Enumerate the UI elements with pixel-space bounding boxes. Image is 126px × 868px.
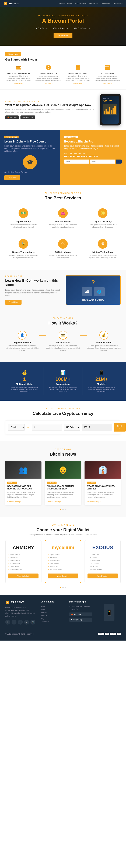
wdot-1[interactable] xyxy=(60,587,61,588)
nav-contact[interactable]: Contact Us xyxy=(113,2,123,5)
news-desc-2: Lorem ipsum dolor sit amet consectetur a… xyxy=(47,491,79,499)
footer-appstore[interactable]: 🍎 App Store xyxy=(69,613,92,616)
nav-bitcoin-guide[interactable]: Bitcoin Guide xyxy=(75,2,86,5)
wallets-section: COMPARE WALLETS Choose your Digital Wall… xyxy=(0,517,126,595)
social-facebook[interactable]: f xyxy=(5,620,10,625)
news-img-icon-1: 👥 xyxy=(19,466,28,474)
step-withdraw-desc: Lorem ipsum dolor sit amet consectetur a… xyxy=(87,345,121,352)
footer-app-col: BTC Wallet App Lorem ipsum dolor sit ame… xyxy=(69,600,92,625)
currency-select[interactable]: US Dollar Euro GBP xyxy=(64,424,80,431)
course-right-title: Become a Bitcoin Pro xyxy=(64,140,122,143)
stat-wallets: 💰 1 All Digital Wallet Lorem ipsum dolor… xyxy=(5,368,44,395)
footer-googleplay[interactable]: ▶ Google Play xyxy=(69,618,92,622)
amount-input[interactable] xyxy=(32,424,62,431)
nav-downloads[interactable]: Downloads xyxy=(101,2,110,5)
exodus-view-button[interactable]: View Details > xyxy=(87,574,118,579)
wdot-2[interactable] xyxy=(62,587,64,588)
news-tag-2: FEATURED xyxy=(47,482,57,484)
news-section: GET TO KNOW Bitcoin News 👥 FEATURED BRAI… xyxy=(0,441,126,517)
equals-icon: = xyxy=(27,426,30,429)
feature-e4: Cold Storage xyxy=(87,562,118,565)
apple-icon: 🍎 xyxy=(7,116,9,118)
calculator-section: BTC ALL CRYPTOCURRENCIES Calculate Live … xyxy=(0,401,126,441)
news-read-1[interactable]: Continue Reading > xyxy=(7,501,22,503)
footer-links-list: Home About Services Features Blog Contac… xyxy=(41,605,64,623)
gs-item-use-link[interactable]: Click Here > xyxy=(74,83,82,85)
footer-link-blog[interactable]: Blog xyxy=(41,617,64,620)
news-pretag: GET TO KNOW xyxy=(5,448,121,450)
footer-link-about[interactable]: About xyxy=(41,608,64,611)
wallet-icon xyxy=(15,64,22,71)
news-body-2: FEATURED MAURIS SODALES ENIM NEC ORCI CO… xyxy=(45,478,81,505)
gs-item-wallet-link[interactable]: Know More > xyxy=(14,83,23,85)
crypto-select[interactable]: Bitcoin Ethereum Litecoin xyxy=(8,424,25,431)
social-youtube[interactable]: ▶ xyxy=(24,620,29,625)
connector-line-1 xyxy=(39,335,46,336)
course-enroll-button[interactable]: Enroll Now xyxy=(4,175,20,180)
news-icon xyxy=(104,64,111,71)
video-box[interactable]: ? 🏙 🌐 How & What is Bitcoin? xyxy=(66,275,121,305)
nav-about[interactable]: About xyxy=(67,2,72,5)
footer: ₿ TRASENT Lorem ipsum dolor sit amet con… xyxy=(0,595,126,641)
news-read-2[interactable]: Continue Reading > xyxy=(47,501,61,503)
footer-link-home[interactable]: Home xyxy=(41,605,64,608)
begin-now-button[interactable]: Begin Now xyxy=(5,52,21,56)
dot-2[interactable] xyxy=(62,508,64,510)
app-title: Want to be Updated Always? Get Bitcoin T… xyxy=(5,103,94,107)
social-instagram[interactable]: 📷 xyxy=(31,620,35,625)
register-icon: 👤 xyxy=(18,331,27,340)
stat-modules-num: 21M+ xyxy=(85,376,118,382)
svg-rect-7 xyxy=(76,65,80,70)
modules-stat-icon: 📱 xyxy=(85,370,118,375)
gs-item-wallet: GET A BITCOIN WALLET Lorem ipsum dolor s… xyxy=(5,64,32,85)
gs-item-news-link[interactable]: Read More > xyxy=(103,83,112,85)
service-dm-desc: Lorem ipsum dolor sit amet consectetur a… xyxy=(8,224,39,228)
how-works-section: TO EASY & QUICK How it Works? 👤 Register… xyxy=(0,310,126,363)
mycelium-view-button[interactable]: View Details > xyxy=(48,574,78,579)
dot-1[interactable] xyxy=(60,508,61,510)
news-read-3[interactable]: Continue Reading > xyxy=(87,501,100,503)
sell-button[interactable]: SELL 0 xyxy=(114,423,126,432)
hero-cta-button[interactable]: Read More xyxy=(53,33,72,38)
nav-home[interactable]: Home xyxy=(59,2,65,5)
calc-title: Calculate Live Cryptocurrency xyxy=(5,411,121,416)
news-img-icon-3: 👔 xyxy=(98,466,107,474)
services-pretag: ALL THREE SERVICES FOR YOU xyxy=(5,192,121,194)
wallet-armory: ARMORY Open Source HD Wallet Multisignat… xyxy=(5,540,41,583)
step-withdraw-title: Withdraw Profit xyxy=(87,341,121,344)
footer-link-features[interactable]: Features xyxy=(41,614,64,617)
learn-enroll-button[interactable]: Enroll Now xyxy=(5,300,22,305)
gs-item-howto-link[interactable]: Click Here > xyxy=(44,83,52,85)
dot-3[interactable] xyxy=(65,508,66,510)
gs-item-news-title: BITCOIN News xyxy=(94,72,121,74)
newsletter-email-input[interactable] xyxy=(90,159,115,163)
step-deposit-title: Deposit a Site xyxy=(46,341,80,344)
news-desc-3: Lorem ipsum dolor sit amet consectetur a… xyxy=(87,491,119,499)
wdot-3[interactable] xyxy=(65,587,66,588)
social-twitter[interactable]: t xyxy=(11,620,16,625)
nav-helpcenter[interactable]: Helpcenter xyxy=(89,2,98,5)
footer-link-services[interactable]: Services xyxy=(41,611,64,614)
armory-view-button[interactable]: View Details > xyxy=(8,574,39,579)
svg-text:₿: ₿ xyxy=(7,601,8,603)
course-character-img: 🎓 xyxy=(23,155,37,169)
service-cc-title: Crypto Currency xyxy=(87,220,118,223)
appstore-badge[interactable]: 🍎 App Store xyxy=(5,116,19,119)
newsletter-name-input[interactable] xyxy=(64,159,89,163)
feature-3: Multisignature xyxy=(8,559,39,562)
svg-rect-13 xyxy=(106,67,109,67)
exodus-features: Open Source HD Wallet Multisignature Col… xyxy=(87,553,118,571)
svg-text:₿: ₿ xyxy=(5,3,6,5)
hero-title: A Bitcoin Portal xyxy=(42,18,84,24)
feature-2: HD Wallet xyxy=(8,556,39,559)
logo[interactable]: ₿ TRASENT xyxy=(3,1,19,6)
stat-wallets-desc: Lorem ipsum dolor sit amet consectetur a… xyxy=(8,386,41,393)
social-linkedin[interactable]: in xyxy=(18,620,23,625)
newsletter-submit-button[interactable]: ✓ xyxy=(116,159,122,163)
secure-tx-icon: 🔒 xyxy=(18,239,28,249)
feature-4: Cold Storage xyxy=(8,562,39,565)
video-illustration: 🏙 🌐 xyxy=(82,287,104,296)
howto-icon: ₿ xyxy=(45,64,52,71)
footer-link-contact[interactable]: Contact Us xyxy=(41,620,64,623)
googleplay-badge[interactable]: ▶ Google Play xyxy=(20,116,35,119)
